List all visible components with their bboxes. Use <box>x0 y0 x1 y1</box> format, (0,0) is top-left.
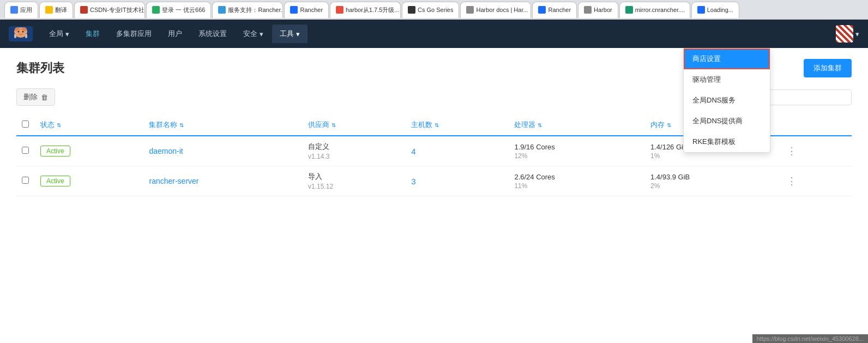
tab-label: Harbor <box>594 7 612 13</box>
tab-favicon <box>218 6 226 14</box>
row2-actions[interactable]: ⋮ <box>777 166 852 196</box>
row2-nodes: 3 <box>405 166 508 196</box>
sort-arrow-provider: ⇅ <box>331 122 336 128</box>
row1-menu-button[interactable]: ⋮ <box>783 144 800 158</box>
cluster-link[interactable]: rancher-server <box>149 177 198 185</box>
nav-item-tools[interactable]: 工具 ▾ <box>272 25 308 43</box>
sort-arrow-name: ⇅ <box>179 122 184 128</box>
tab-label: 登录 一 优云666 <box>162 6 205 14</box>
row2-name[interactable]: rancher-server <box>142 166 302 196</box>
cluster-link[interactable]: daemon-it <box>149 147 183 155</box>
row1-name[interactable]: daemon-it <box>142 136 302 166</box>
delete-button[interactable]: 删除 🗑 <box>16 88 55 106</box>
browser-tab[interactable]: Harbor docs | Har... <box>460 2 531 18</box>
browser-tab[interactable]: Rancher <box>284 2 329 18</box>
col-actions <box>777 115 852 136</box>
col-nodes[interactable]: 主机数 ⇅ <box>405 115 508 136</box>
tab-label: Cs Go Series <box>418 7 453 13</box>
col-provider[interactable]: 供应商 ⇅ <box>302 115 405 136</box>
dropdown-item-global-dns-provider[interactable]: 全局DNS提供商 <box>684 111 770 131</box>
svg-point-6 <box>15 30 26 38</box>
col-cpu[interactable]: 处理器 ⇅ <box>508 115 644 136</box>
status-bar: https://blog.csdn.net/weixin_45300628... <box>752 334 868 343</box>
table-row: Active rancher-server 导入 v1.15.12 3 2.6/… <box>16 166 852 196</box>
tab-favicon <box>152 6 160 14</box>
row1-actions[interactable]: ⋮ <box>777 136 852 166</box>
row2-checkbox-cell[interactable] <box>16 166 34 196</box>
add-cluster-button[interactable]: 添加集群 <box>804 59 852 77</box>
nav-item-multicluster[interactable]: 多集群应用 <box>108 25 159 43</box>
trash-icon: 🗑 <box>41 93 48 101</box>
row1-provider: 自定义 v1.14.3 <box>302 136 405 166</box>
row2-cpu: 2.6/24 Cores 11% <box>508 166 644 196</box>
sort-arrow-status: ⇅ <box>57 122 61 128</box>
nav-item-security[interactable]: 安全 ▾ <box>236 25 271 43</box>
browser-tab[interactable]: CSDN-专业IT技术社区 <box>74 2 145 18</box>
browser-tab[interactable]: Harbor <box>578 2 618 18</box>
tab-favicon <box>466 6 474 14</box>
main-nav: 全局 ▾ 集群 多集群应用 用户 系统设置 安全 ▾ 工具 ▾ ▾ 商 <box>0 20 868 48</box>
browser-tab[interactable]: harbor从1.7.5升级... <box>330 2 401 18</box>
browser-tab[interactable]: Rancher <box>532 2 577 18</box>
tab-favicon <box>697 6 705 14</box>
status-badge: Active <box>40 146 70 157</box>
row1-checkbox[interactable] <box>22 147 29 154</box>
browser-tab[interactable]: mirror.cnrancher.... <box>619 2 690 18</box>
select-all-checkbox[interactable] <box>22 121 29 128</box>
nav-item-system-settings[interactable]: 系统设置 <box>191 25 234 43</box>
row1-checkbox-cell[interactable] <box>16 136 34 166</box>
tab-label: Rancher <box>548 7 571 13</box>
tab-favicon <box>80 6 88 14</box>
nav-right: ▾ <box>836 25 859 43</box>
browser-tab[interactable]: 应用 <box>4 2 38 18</box>
dropdown-item-store-settings[interactable]: 商店设置 <box>684 49 770 69</box>
tab-label: 应用 <box>20 6 32 14</box>
browser-tabs: 应用翻译CSDN-专业IT技术社区登录 一 优云666服务支持：Rancher.… <box>4 2 864 18</box>
sort-arrow-cpu: ⇅ <box>538 122 542 128</box>
tab-label: CSDN-专业IT技术社区 <box>90 6 145 14</box>
tab-label: Loading... <box>707 7 733 13</box>
tab-favicon <box>408 6 415 14</box>
svg-point-8 <box>22 31 24 33</box>
tab-label: mirror.cnrancher.... <box>635 7 685 13</box>
dropdown-item-rke-template[interactable]: RKE集群模板 <box>684 131 770 152</box>
nav-item-cluster[interactable]: 集群 <box>78 25 107 43</box>
nav-item-global[interactable]: 全局 ▾ <box>41 25 77 43</box>
col-name[interactable]: 集群名称 ⇅ <box>142 115 302 136</box>
browser-tab[interactable]: Loading... <box>691 2 739 18</box>
tab-label: 服务支持：Rancher... <box>228 6 283 14</box>
sort-arrow-memory: ⇅ <box>667 122 671 128</box>
row2-checkbox[interactable] <box>22 177 29 184</box>
dropdown-item-global-dns[interactable]: 全局DNS服务 <box>684 90 770 111</box>
row2-memory: 1.4/93.9 GiB 2% <box>644 166 777 196</box>
select-all-header[interactable] <box>16 115 34 136</box>
row2-menu-button[interactable]: ⋮ <box>783 174 800 188</box>
tab-label: Harbor docs | Har... <box>476 7 528 13</box>
tab-favicon <box>290 6 298 14</box>
page-title: 集群列表 <box>16 60 64 76</box>
browser-tab[interactable]: Cs Go Series <box>402 2 459 18</box>
svg-point-7 <box>18 31 20 33</box>
nav-items: 全局 ▾ 集群 多集群应用 用户 系统设置 安全 ▾ 工具 ▾ <box>41 25 836 43</box>
row1-status: Active <box>34 136 142 166</box>
sort-arrow-nodes: ⇅ <box>435 122 439 128</box>
tab-favicon <box>45 6 53 14</box>
tab-label: harbor从1.7.5升级... <box>346 6 399 14</box>
tab-favicon <box>336 6 343 14</box>
row2-provider: 导入 v1.15.12 <box>302 166 405 196</box>
col-status[interactable]: 状态 ⇅ <box>34 115 142 136</box>
browser-tab[interactable]: 服务支持：Rancher... <box>212 2 283 18</box>
nav-item-users[interactable]: 用户 <box>160 25 190 43</box>
tab-label: Rancher <box>300 7 323 13</box>
browser-tab-bar: 应用翻译CSDN-专业IT技术社区登录 一 优云666服务支持：Rancher.… <box>0 0 868 20</box>
tab-favicon <box>625 6 633 14</box>
tab-favicon <box>584 6 592 14</box>
tab-label: 翻译 <box>55 6 67 14</box>
browser-tab[interactable]: 翻译 <box>39 2 73 18</box>
rancher-logo <box>9 24 33 44</box>
user-avatar[interactable] <box>836 25 853 43</box>
dropdown-item-driver-mgmt[interactable]: 驱动管理 <box>684 69 770 90</box>
browser-tab[interactable]: 登录 一 优云666 <box>146 2 211 18</box>
status-badge: Active <box>40 176 70 186</box>
tab-favicon <box>10 6 18 14</box>
